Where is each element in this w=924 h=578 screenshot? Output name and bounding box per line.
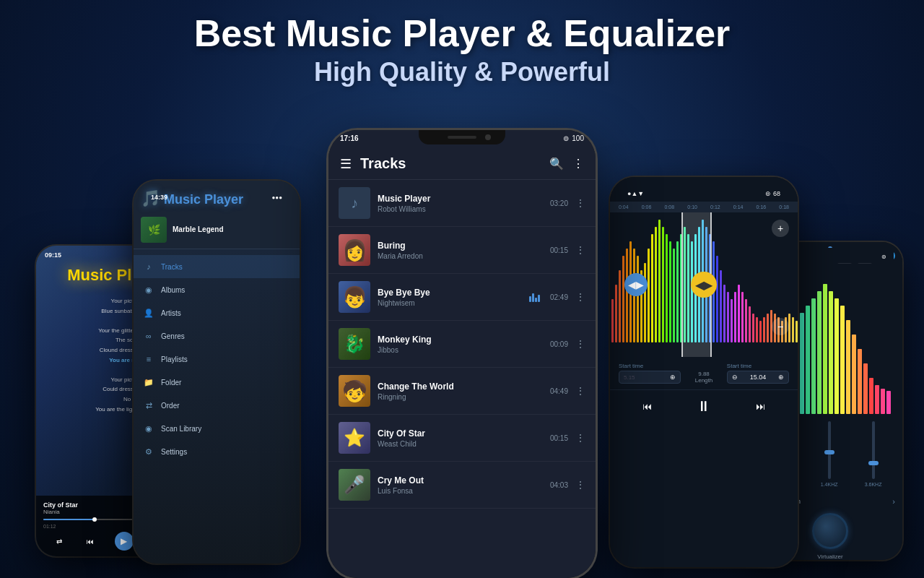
timeline-bar: 0:04 0:06 0:08 0:10 0:12 0:14 0:16 0:18 xyxy=(610,202,798,212)
tracks-label: Tracks xyxy=(161,263,183,271)
nav-item-playlists[interactable]: ≡ Playlists xyxy=(134,348,300,371)
track-duration-6: 00:15 xyxy=(550,434,568,442)
tick-4: 0:10 xyxy=(687,204,697,210)
svg-rect-71 xyxy=(852,335,856,414)
svg-rect-77 xyxy=(886,391,891,414)
track-more-1[interactable]: ⋮ xyxy=(575,197,585,209)
track-art-7: 🎤 xyxy=(339,469,370,501)
svg-rect-12 xyxy=(651,234,653,342)
track-artist-6: Weast Child xyxy=(378,440,543,448)
track-item-6[interactable]: ⭐ City Of Star Weast Child 00:15 ⋮ xyxy=(328,415,596,462)
hamburger-icon[interactable]: ☰ xyxy=(340,156,352,172)
nav-item-genres[interactable]: ∞ Genres xyxy=(134,324,300,348)
start-time-placeholder: 5.15 xyxy=(624,374,635,381)
track-list: ♪ Music Player Robot Williams 03:20 ⋮ 👩 … xyxy=(328,180,596,509)
nav-item-settings[interactable]: ⚙ Settings xyxy=(134,440,300,463)
track-more-3[interactable]: ⋮ xyxy=(575,291,585,303)
waveform-controls: Start time 5.15 ⊕ 9.88 Length Start time… xyxy=(610,357,798,389)
tracks-title: Tracks xyxy=(360,155,541,172)
track-more-2[interactable]: ⋮ xyxy=(575,244,585,256)
track-item-7[interactable]: 🎤 Cry Me Out Luis Fonsa 04:03 ⋮ xyxy=(328,462,596,509)
end-time-minus: ⊖ xyxy=(732,374,738,381)
waveform-play-left[interactable]: ◀▶ xyxy=(624,273,648,296)
svg-rect-5 xyxy=(626,249,628,342)
zoom-minus-btn[interactable]: − xyxy=(772,318,789,335)
track-item-4[interactable]: 🐉 Monkey King Jibbos 00:09 ⋮ xyxy=(328,321,596,368)
nav-item-tracks[interactable]: ♪ Tracks xyxy=(134,255,300,278)
track-art-6: ⭐ xyxy=(339,422,370,454)
svg-rect-76 xyxy=(881,389,885,414)
track-duration-1: 03:20 xyxy=(550,199,568,207)
svg-rect-15 xyxy=(662,227,664,342)
genres-icon: ∞ xyxy=(144,331,154,341)
nav-item-artists[interactable]: 👤 Artists xyxy=(134,301,300,324)
svg-rect-31 xyxy=(720,270,722,342)
nav-item-albums[interactable]: ◉ Albums xyxy=(134,278,300,301)
scan-icon: ◉ xyxy=(144,423,154,434)
track-item-5[interactable]: 🧒 Change The World Ringning 04:49 ⋮ xyxy=(328,368,596,415)
end-time-value: 15.04 xyxy=(750,374,767,381)
eq-slider-thumb-3[interactable] xyxy=(868,461,879,465)
prev-btn[interactable]: ⏮ xyxy=(84,535,97,548)
settings-icon: ⚙ xyxy=(144,447,154,457)
eq-slider-track-2 xyxy=(828,421,831,479)
svg-rect-75 xyxy=(875,385,879,414)
svg-rect-62 xyxy=(800,313,804,414)
track-name-3: Bye Bye Bye xyxy=(378,288,522,298)
search-icon[interactable]: 🔍 xyxy=(549,157,564,171)
end-time-box[interactable]: ⊖ 15.04 ⊕ xyxy=(727,371,789,384)
settings-label: Settings xyxy=(161,448,187,456)
main-title: Best Music Player & Equalizer xyxy=(0,13,924,54)
wifi-icon-eq: ⊚ xyxy=(881,254,886,260)
end-time-label: Start time xyxy=(727,363,789,369)
eq-slider-14khz: 1.4KHZ xyxy=(821,421,838,487)
nav-item-folder[interactable]: 📁 Folder xyxy=(134,371,300,394)
albums-icon: ◉ xyxy=(144,285,154,295)
nav-item-order[interactable]: ⇄ Order xyxy=(134,394,300,417)
track-duration-4: 00:09 xyxy=(550,340,568,348)
play-btn[interactable]: ▶ xyxy=(115,532,134,551)
track-item-3[interactable]: 👦 Bye Bye Bye Nightwisem 02:49 ⋮ xyxy=(328,274,596,321)
wifi-icon-tracks: ⊚ xyxy=(563,134,569,142)
notch-speaker xyxy=(448,136,476,139)
track-more-4[interactable]: ⋮ xyxy=(575,338,585,350)
svg-rect-1 xyxy=(611,299,614,342)
eq-slider-36khz: 3.6KHZ xyxy=(865,421,882,487)
track-art-1: ♪ xyxy=(339,187,370,219)
track-more-6[interactable]: ⋮ xyxy=(575,432,585,444)
nav-item-scan[interactable]: ◉ Scan Library xyxy=(134,417,300,440)
artists-label: Artists xyxy=(161,309,181,317)
svg-rect-63 xyxy=(806,306,810,414)
svg-rect-14 xyxy=(658,220,661,342)
wf-skip-back-btn[interactable]: ⏮ xyxy=(637,396,657,416)
start-time-box[interactable]: 5.15 ⊕ xyxy=(619,371,681,384)
phone-nav: 14:39 ●●● 🎵 Music Player 🌿 Marble Legend… xyxy=(134,181,300,564)
svg-rect-69 xyxy=(840,306,845,414)
wf-skip-fwd-btn[interactable]: ⏭ xyxy=(751,396,771,416)
tick-3: 0:08 xyxy=(665,204,675,210)
track-artist-1: Robot Williams xyxy=(378,205,543,213)
track-item-2[interactable]: 👩 Buring Maria Arredon 00:15 ⋮ xyxy=(328,227,596,274)
svg-rect-10 xyxy=(644,263,646,342)
header: Best Music Player & Equalizer High Quali… xyxy=(0,0,924,87)
track-info-2: Buring Maria Arredon xyxy=(378,241,543,260)
track-artist-5: Ringning xyxy=(378,393,543,401)
track-more-7[interactable]: ⋮ xyxy=(575,479,585,491)
eq-slider-thumb-2[interactable] xyxy=(824,450,834,454)
virtualizer-knob[interactable] xyxy=(812,513,848,549)
track-artist-7: Luis Fonsa xyxy=(378,487,543,495)
waveform-nav-arrow[interactable]: ◀▶ xyxy=(691,272,717,298)
wf-pause-btn[interactable]: ⏸ xyxy=(694,396,714,416)
status-icons-waveform: ⊚ 68 xyxy=(765,190,780,197)
track-artist-2: Maria Arredon xyxy=(378,252,543,260)
track-more-5[interactable]: ⋮ xyxy=(575,385,585,397)
phone-tracks: 17:16 ⊚ 100 ☰ Tracks 🔍 ⋮ ♪ Music Player … xyxy=(328,130,596,578)
track-info-4: Monkey King Jibbos xyxy=(378,335,543,354)
battery-icon-tracks: 100 xyxy=(572,134,584,142)
shuffle-btn[interactable]: ⇄ xyxy=(53,535,66,548)
length-label: Length xyxy=(695,377,712,384)
bar-3 xyxy=(535,298,537,302)
track-item-1[interactable]: ♪ Music Player Robot Williams 03:20 ⋮ xyxy=(328,180,596,227)
zoom-plus-btn[interactable]: + xyxy=(772,220,789,237)
more-icon[interactable]: ⋮ xyxy=(572,157,584,171)
